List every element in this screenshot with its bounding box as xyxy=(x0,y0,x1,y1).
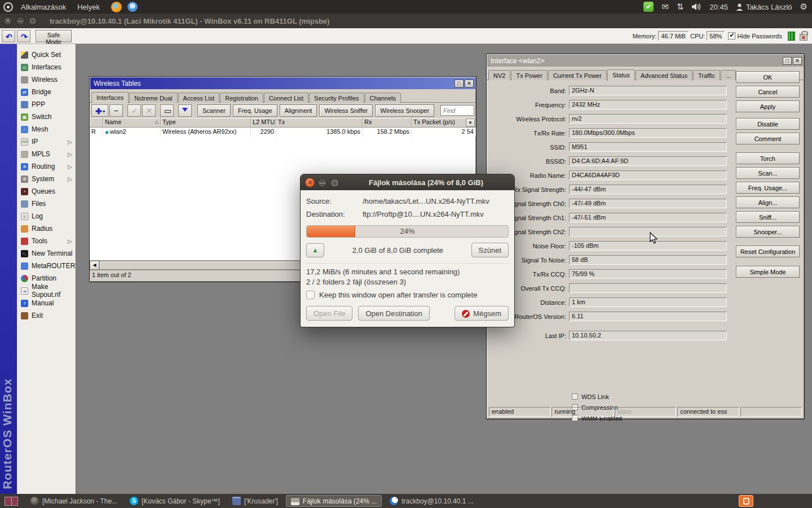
maximize-icon[interactable]: □ xyxy=(454,80,464,87)
side-button[interactable]: Reset Configuration xyxy=(736,246,800,257)
side-button[interactable]: Torch xyxy=(736,152,800,164)
sidebar-item[interactable]: Files▷ xyxy=(17,198,76,210)
close-icon[interactable]: ✕ xyxy=(465,80,474,87)
tab[interactable]: Advanced Status xyxy=(636,70,692,80)
maximize-icon[interactable]: ▢ xyxy=(330,178,339,187)
side-button[interactable]: Simple Mode xyxy=(736,266,800,278)
cancel-button[interactable]: Mégsem xyxy=(454,306,509,321)
side-button[interactable]: Scan... xyxy=(736,167,800,179)
sidebar-item[interactable]: Tools▷ xyxy=(17,235,76,247)
user-menu[interactable]: Takács László xyxy=(736,3,792,11)
wireless-tables-titlebar[interactable]: Wireless Tables □ ✕ xyxy=(90,77,475,89)
pause-button[interactable]: Szünet xyxy=(471,243,509,257)
hide-passwords-checkbox[interactable] xyxy=(728,32,735,40)
tab[interactable]: ... xyxy=(721,70,736,80)
side-button[interactable]: Apply xyxy=(736,100,800,112)
side-button[interactable]: Freq. Usage... xyxy=(736,182,800,194)
column-header[interactable] xyxy=(90,118,103,128)
sidebar-item[interactable]: ?Manual▷ xyxy=(17,297,76,309)
sidebar-item[interactable]: ◔Queues▷ xyxy=(17,185,76,198)
network-arrows-icon[interactable]: ⇅ xyxy=(677,2,684,12)
tab[interactable]: Connect List xyxy=(264,93,308,103)
close-icon[interactable]: ✕ xyxy=(3,16,12,25)
sidebar-item[interactable]: ⇄Bridge▷ xyxy=(17,86,76,98)
ubuntu-logo[interactable] xyxy=(3,2,13,12)
sidebar-item[interactable]: ⚙System▷ xyxy=(17,173,76,185)
side-button[interactable]: Align... xyxy=(736,196,800,208)
add-button[interactable]: ✚▼ xyxy=(91,104,108,117)
find-input[interactable] xyxy=(440,105,474,116)
side-button[interactable]: Snooper... xyxy=(736,226,800,238)
workspace-switcher-icon[interactable] xyxy=(5,497,18,506)
tab[interactable]: Nstreme Dual xyxy=(129,93,177,103)
toolbar-button[interactable]: Scanner xyxy=(197,104,231,117)
minimize-icon[interactable]: — xyxy=(16,16,25,25)
copy-dialog-titlebar[interactable]: ✕ — ▢ Fájlok másolása (24% of 8,0 GiB) xyxy=(301,174,514,190)
interface-wlan2-titlebar[interactable]: Interface <wlan2> □ ✕ xyxy=(487,55,804,67)
status-check-icon[interactable]: ✔ xyxy=(643,2,654,12)
volume-icon[interactable] xyxy=(691,3,701,11)
maximize-icon[interactable]: ▢ xyxy=(28,16,37,25)
sidebar-item[interactable]: ≡Log▷ xyxy=(17,210,76,222)
undo-button[interactable]: ↶ xyxy=(2,30,15,42)
sidebar-item[interactable]: Quick Set▷ xyxy=(17,49,76,61)
close-icon[interactable]: ✕ xyxy=(793,57,802,65)
open-destination-button[interactable]: Open Destination xyxy=(358,306,429,321)
tab[interactable]: Status xyxy=(607,69,635,81)
disable-button[interactable]: ✕ xyxy=(142,104,156,117)
sidebar-item[interactable]: Radius▷ xyxy=(17,222,76,235)
scrollbar-thumb[interactable] xyxy=(99,261,316,270)
remove-button[interactable]: − xyxy=(109,104,123,117)
taskbar-item[interactable]: trackboy@10.10.40.1 ... xyxy=(385,495,478,507)
gear-icon[interactable]: ⚙ xyxy=(800,2,807,12)
tab[interactable]: NV2 xyxy=(488,70,510,80)
tab[interactable]: Security Profiles xyxy=(309,93,364,103)
comment-button[interactable]: ▭ xyxy=(160,104,174,117)
toolbar-button[interactable]: Wireless Sniffer xyxy=(319,104,373,117)
side-button[interactable]: Sniff... xyxy=(736,211,800,223)
taskbar-item[interactable]: S[Kovács Gábor - Skype™] xyxy=(125,495,224,507)
side-button[interactable]: OK xyxy=(736,71,800,83)
show-desktop-icon[interactable] xyxy=(739,495,753,507)
tab[interactable]: Channels xyxy=(365,93,401,103)
sidebar-item[interactable]: Exit▷ xyxy=(17,309,76,322)
sidebar-item[interactable]: Wireless▷ xyxy=(17,73,76,86)
column-header[interactable]: L2 MTU xyxy=(251,118,276,128)
toolbar-button[interactable]: Wireless Snooper xyxy=(375,104,434,117)
redo-button[interactable]: ↷ xyxy=(17,30,30,42)
filter-button[interactable] xyxy=(178,104,192,117)
tab[interactable]: Tx Power xyxy=(511,70,547,80)
sidebar-item[interactable]: MPLS▷ xyxy=(17,148,76,160)
menu-places[interactable]: Helyek xyxy=(72,3,105,11)
firefox-icon[interactable] xyxy=(111,2,122,12)
toolbar-button[interactable]: Alignment xyxy=(280,104,317,117)
column-header[interactable]: Name xyxy=(103,118,161,128)
checkbox-row[interactable]: WDS Link xyxy=(572,391,727,402)
minimize-icon[interactable]: — xyxy=(317,178,327,187)
close-icon[interactable]: ✕ xyxy=(305,178,315,187)
tab[interactable]: Registration xyxy=(220,93,263,103)
sidebar-item[interactable]: 255IP▷ xyxy=(17,135,76,148)
tab[interactable]: Traffic xyxy=(693,70,720,80)
taskbar-item[interactable]: [Michael Jackson - The... xyxy=(26,495,122,507)
column-header[interactable]: Tx Packet (p/s) xyxy=(412,118,476,128)
mail-icon[interactable]: ✉ xyxy=(661,2,669,12)
checkbox[interactable] xyxy=(572,393,578,400)
keep-open-checkbox[interactable] xyxy=(306,291,315,299)
open-file-button[interactable]: Open File xyxy=(306,306,352,321)
tab[interactable]: Current Tx Power xyxy=(548,70,607,80)
turbo-toggle-button[interactable]: ▲ xyxy=(306,243,324,257)
side-button[interactable]: Disable xyxy=(736,118,800,130)
column-header[interactable]: Tx xyxy=(276,118,363,128)
sidebar-item[interactable]: PPP▷ xyxy=(17,98,76,111)
sidebar-item[interactable]: ➔Make Supout.rif▷ xyxy=(17,284,76,297)
sidebar-item[interactable]: >_New Terminal▷ xyxy=(17,247,76,260)
menu-applications[interactable]: Alkalmazások xyxy=(15,3,72,11)
maximize-icon[interactable]: □ xyxy=(783,57,792,65)
clock[interactable]: 20:45 xyxy=(709,3,728,11)
tab[interactable]: Interfaces xyxy=(91,92,129,103)
tab[interactable]: Access List xyxy=(178,93,220,103)
sidebar-item[interactable]: MetaROUTER▷ xyxy=(17,260,76,272)
toolbar-button[interactable]: Freq. Usage xyxy=(233,104,277,117)
enable-button[interactable]: ✓ xyxy=(127,104,141,117)
